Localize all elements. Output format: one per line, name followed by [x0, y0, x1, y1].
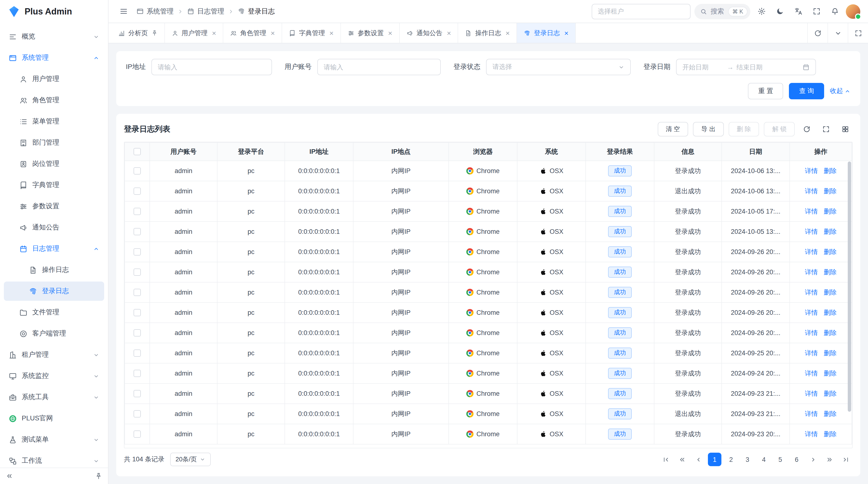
row-checkbox[interactable]: [133, 390, 141, 397]
sidebar-item-workflow[interactable]: 工作流: [4, 451, 104, 467]
clear-button[interactable]: 清 空: [657, 122, 688, 136]
detail-link[interactable]: 详情: [805, 289, 818, 296]
collapse-filter-link[interactable]: 收起: [830, 87, 850, 95]
hamburger-menu-button[interactable]: [116, 4, 131, 19]
ip-address-input[interactable]: [151, 59, 272, 75]
tab-role[interactable]: 角色管理×: [223, 23, 282, 43]
delete-link[interactable]: 删除: [824, 207, 837, 215]
sidebar-item-monitor[interactable]: 系统监控: [4, 366, 104, 386]
sidebar-item-operlog[interactable]: 操作日志: [4, 260, 104, 280]
delete-link[interactable]: 删除: [824, 268, 837, 276]
row-checkbox[interactable]: [133, 411, 141, 418]
first-page-button[interactable]: [659, 453, 672, 466]
delete-link[interactable]: 删除: [824, 248, 837, 255]
reset-button[interactable]: 重 置: [748, 83, 783, 99]
breadcrumb-item-loginlog[interactable]: 登录日志: [238, 7, 275, 16]
next-page-button[interactable]: [806, 453, 820, 466]
sidebar-item-overview[interactable]: 概览: [4, 27, 104, 46]
detail-link[interactable]: 详情: [805, 228, 818, 235]
sidebar-item-user[interactable]: 用户管理: [4, 69, 104, 89]
delete-link[interactable]: 删除: [824, 349, 837, 356]
close-tab-icon[interactable]: ×: [564, 29, 568, 37]
row-checkbox[interactable]: [133, 329, 141, 337]
start-date-input[interactable]: [682, 63, 724, 71]
row-checkbox[interactable]: [133, 228, 141, 235]
page-button-2[interactable]: 2: [724, 453, 738, 466]
unlock-button[interactable]: 解 锁: [764, 122, 795, 136]
detail-link[interactable]: 详情: [805, 309, 818, 316]
end-date-input[interactable]: [736, 63, 778, 71]
tab-loginlog[interactable]: 登录日志×: [517, 23, 576, 43]
page-button-5[interactable]: 5: [774, 453, 787, 466]
previous-page-button[interactable]: [691, 453, 705, 466]
login-date-range[interactable]: →: [676, 59, 816, 75]
sidebar-item-tools[interactable]: 系统工具: [4, 388, 104, 407]
delete-link[interactable]: 删除: [824, 329, 837, 336]
sidebar-item-file[interactable]: 文件管理: [4, 303, 104, 322]
sidebar-item-role[interactable]: 角色管理: [4, 91, 104, 110]
delete-link[interactable]: 删除: [824, 410, 837, 417]
dark-mode-button[interactable]: [773, 4, 787, 19]
login-status-select[interactable]: 请选择: [486, 59, 631, 75]
detail-link[interactable]: 详情: [805, 329, 818, 336]
delete-link[interactable]: 删除: [824, 309, 837, 316]
close-tab-icon[interactable]: ×: [447, 29, 451, 37]
sidebar-item-dept[interactable]: 部门管理: [4, 133, 104, 152]
last-page-button[interactable]: [839, 453, 852, 466]
detail-link[interactable]: 详情: [805, 207, 818, 215]
row-checkbox[interactable]: [133, 309, 141, 317]
breadcrumb-item-log[interactable]: 日志管理: [187, 7, 224, 16]
select-all-checkbox[interactable]: [133, 148, 141, 156]
row-checkbox[interactable]: [133, 431, 141, 438]
language-button[interactable]: [791, 4, 805, 19]
close-tab-icon[interactable]: ×: [329, 29, 334, 37]
delete-link[interactable]: 删除: [824, 289, 837, 296]
tab-analysis[interactable]: 分析页: [112, 23, 165, 43]
sidebar-item-client[interactable]: 客户端管理: [4, 324, 104, 343]
table-scrollbar[interactable]: [848, 161, 851, 446]
detail-link[interactable]: 详情: [805, 390, 818, 397]
detail-link[interactable]: 详情: [805, 349, 818, 356]
page-button-1[interactable]: 1: [708, 453, 721, 466]
sidebar-item-notice[interactable]: 通知公告: [4, 218, 104, 237]
delete-link[interactable]: 删除: [824, 430, 837, 438]
collapse-sidebar-button[interactable]: [6, 473, 13, 480]
close-tab-icon[interactable]: ×: [506, 29, 510, 37]
settings-button[interactable]: [754, 4, 769, 19]
tenant-select[interactable]: [591, 4, 690, 19]
tab-user[interactable]: 用户管理×: [165, 23, 223, 43]
detail-link[interactable]: 详情: [805, 187, 818, 195]
page-size-select[interactable]: 20条/页: [170, 453, 211, 466]
page-button-6[interactable]: 6: [790, 453, 803, 466]
user-avatar[interactable]: [846, 4, 860, 19]
jump-forward-button[interactable]: [823, 453, 836, 466]
row-checkbox[interactable]: [133, 188, 141, 195]
delete-link[interactable]: 删除: [824, 228, 837, 235]
query-button[interactable]: 查 询: [789, 83, 824, 99]
detail-link[interactable]: 详情: [805, 430, 818, 438]
tab-operlog[interactable]: 操作日志×: [458, 23, 517, 43]
user-account-input[interactable]: [317, 59, 441, 75]
column-settings-button[interactable]: [838, 122, 852, 136]
delete-link[interactable]: 删除: [824, 187, 837, 195]
refresh-list-button[interactable]: [800, 122, 814, 136]
pin-sidebar-button[interactable]: [95, 473, 102, 480]
close-tab-icon[interactable]: ×: [212, 29, 216, 37]
row-checkbox[interactable]: [133, 249, 141, 256]
row-checkbox[interactable]: [133, 289, 141, 296]
fullscreen-button[interactable]: [809, 4, 824, 19]
sidebar-item-test[interactable]: 测试菜单: [4, 430, 104, 449]
content-fullscreen-button[interactable]: [848, 23, 868, 43]
sidebar-item-tenant[interactable]: 租户管理: [4, 345, 104, 364]
sidebar-item-dict[interactable]: 字典管理: [4, 175, 104, 195]
delete-button[interactable]: 删 除: [728, 122, 759, 136]
row-checkbox[interactable]: [133, 167, 141, 175]
delete-link[interactable]: 删除: [824, 167, 837, 174]
tab-notice[interactable]: 通知公告×: [400, 23, 458, 43]
notifications-button[interactable]: [828, 4, 842, 19]
row-checkbox[interactable]: [133, 269, 141, 276]
delete-link[interactable]: 删除: [824, 390, 837, 397]
page-button-4[interactable]: 4: [757, 453, 771, 466]
tab-options-button[interactable]: [828, 23, 848, 43]
page-button-3[interactable]: 3: [741, 453, 754, 466]
